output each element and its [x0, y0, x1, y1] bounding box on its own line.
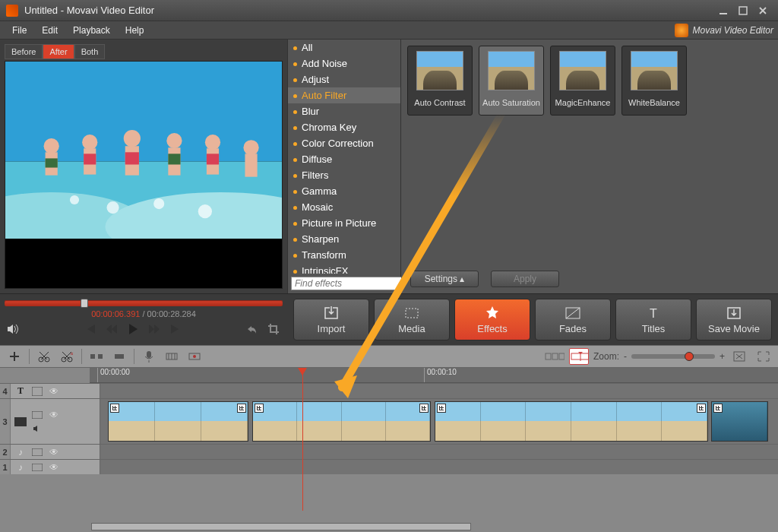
scrollbar-thumb[interactable]: [91, 523, 471, 530]
timeline-scrollbar[interactable]: [0, 521, 778, 532]
storyboard-view-button[interactable]: [545, 348, 565, 365]
cut-remove-button[interactable]: [57, 348, 77, 365]
add-track-button[interactable]: [5, 348, 24, 365]
undo-button[interactable]: [243, 321, 261, 337]
fx-cat-all[interactable]: All: [288, 40, 400, 55]
eye-icon[interactable]: 👁: [47, 385, 61, 397]
fx-cat-blur[interactable]: Blur: [288, 103, 400, 119]
media-button[interactable]: Media: [374, 299, 450, 340]
clip-swim[interactable]: Swi: [711, 401, 768, 442]
track-fx-icon[interactable]: [30, 409, 44, 421]
fx-cat-mosaic[interactable]: Mosaic: [288, 199, 400, 215]
prev-clip-button[interactable]: [81, 321, 100, 337]
preview-tabs: Before After Both: [5, 44, 283, 59]
effects-button[interactable]: Effects: [454, 299, 530, 340]
clip-in-marker[interactable]: [110, 404, 119, 413]
track-3-content[interactable]: Freedom.png (0:00:05) Friends.jpg (0:00:…: [100, 399, 778, 444]
insert-gap-button[interactable]: [87, 348, 106, 365]
fx-cat-sharpen[interactable]: Sharpen: [288, 231, 400, 247]
fx-cat-transform[interactable]: Transform: [288, 247, 400, 263]
fx-thumb: [416, 51, 463, 90]
close-button[interactable]: [754, 4, 772, 17]
clip-out-marker[interactable]: [237, 404, 246, 413]
track-2-content[interactable]: [100, 445, 778, 459]
track-fx-icon[interactable]: [30, 461, 44, 473]
fx-cat-add-noise[interactable]: Add Noise: [288, 55, 400, 71]
fx-cat-color-correction[interactable]: Color Correction: [288, 135, 400, 151]
tab-before[interactable]: Before: [5, 44, 43, 59]
crop-button[interactable]: [264, 321, 283, 337]
cut-button[interactable]: [34, 348, 54, 365]
fx-white-balance[interactable]: WhiteBalance: [621, 46, 687, 116]
clip-freedom[interactable]: Freedom.png (0:00:05): [108, 401, 248, 442]
fades-button[interactable]: Fades: [535, 299, 611, 340]
import-button[interactable]: Import: [293, 299, 369, 340]
fx-cat-intrinsicfx[interactable]: IntrinsicFX: [288, 263, 400, 274]
tab-both[interactable]: Both: [74, 44, 106, 59]
eye-icon[interactable]: 👁: [47, 461, 61, 473]
record-voice-button[interactable]: [139, 348, 159, 365]
preview-pane: Before After Both: [0, 40, 287, 293]
clip-out-marker[interactable]: [697, 404, 706, 413]
apply-button[interactable]: Apply: [491, 271, 559, 287]
find-effects-input[interactable]: [291, 277, 413, 290]
fullscreen-button[interactable]: [754, 348, 773, 365]
track-fx-icon[interactable]: [30, 385, 44, 397]
fx-cat-chroma-key[interactable]: Chroma Key: [288, 119, 400, 135]
clip-in-marker[interactable]: [437, 404, 446, 413]
clip-in-marker[interactable]: [255, 404, 264, 413]
timeline-view-button[interactable]: [569, 348, 589, 365]
speaker-icon[interactable]: [30, 423, 44, 435]
progress-thumb[interactable]: [81, 299, 88, 308]
close-gap-button[interactable]: [109, 348, 129, 365]
playhead[interactable]: [302, 368, 303, 511]
track-1-content[interactable]: [100, 460, 778, 474]
next-clip-button[interactable]: [166, 321, 185, 337]
brand-label: Movavi Video Editor: [675, 24, 774, 37]
zoom-slider[interactable]: [631, 354, 715, 359]
settings-button[interactable]: Settings ▴: [410, 271, 479, 287]
fx-cat-auto-filter[interactable]: Auto Filter: [288, 87, 400, 103]
svg-point-12: [166, 133, 182, 148]
save-movie-button[interactable]: Save Movie: [696, 299, 772, 340]
fx-magic-enhance[interactable]: MagicEnhance: [550, 46, 615, 116]
fx-auto-saturation[interactable]: Auto Saturation: [479, 46, 544, 116]
fx-auto-contrast[interactable]: Auto Contrast: [407, 46, 473, 116]
menu-file[interactable]: File: [5, 24, 34, 37]
svg-rect-36: [115, 354, 124, 359]
menu-playback[interactable]: Playback: [65, 24, 118, 37]
properties-button[interactable]: [162, 348, 182, 365]
clip-out-marker[interactable]: [419, 404, 429, 413]
clip-friends[interactable]: Friends.jpg (0:00:05): [252, 401, 431, 442]
fx-cat-adjust[interactable]: Adjust: [288, 71, 400, 87]
fx-cat-gamma[interactable]: Gamma: [288, 183, 400, 199]
clip-in-marker[interactable]: [713, 404, 723, 413]
fx-cat-diffuse[interactable]: Diffuse: [288, 151, 400, 167]
maximize-button[interactable]: [734, 4, 752, 17]
mute-button[interactable]: [5, 321, 23, 337]
track-fx-icon[interactable]: [30, 446, 44, 458]
svg-rect-20: [207, 154, 219, 164]
play-button[interactable]: [124, 321, 142, 337]
fx-thumb: [631, 51, 678, 90]
menu-edit[interactable]: Edit: [34, 24, 65, 37]
menu-help[interactable]: Help: [118, 24, 152, 37]
progress-bar[interactable]: [5, 300, 283, 306]
fit-to-window-button[interactable]: [729, 348, 749, 365]
tab-after[interactable]: After: [43, 44, 74, 59]
eye-icon[interactable]: 👁: [47, 409, 61, 421]
titles-button[interactable]: T Titles: [615, 299, 691, 340]
minimize-button[interactable]: [714, 4, 732, 17]
fx-label: MagicEnhance: [555, 93, 611, 112]
forward-button[interactable]: [145, 321, 163, 337]
ruler[interactable]: 00:00:00 00:00:10: [90, 368, 778, 383]
fx-cat-filters[interactable]: Filters: [288, 167, 400, 183]
record-button[interactable]: [185, 348, 204, 365]
track-4-content[interactable]: [100, 384, 778, 398]
track-number: 3: [0, 399, 11, 444]
rewind-button[interactable]: [103, 321, 121, 337]
zoom-thumb[interactable]: [685, 352, 694, 361]
fx-cat-pip[interactable]: Picture in Picture: [288, 215, 400, 231]
eye-icon[interactable]: 👁: [47, 446, 61, 458]
clip-summer[interactable]: Summer.mp4 (0:00:08): [435, 401, 708, 442]
